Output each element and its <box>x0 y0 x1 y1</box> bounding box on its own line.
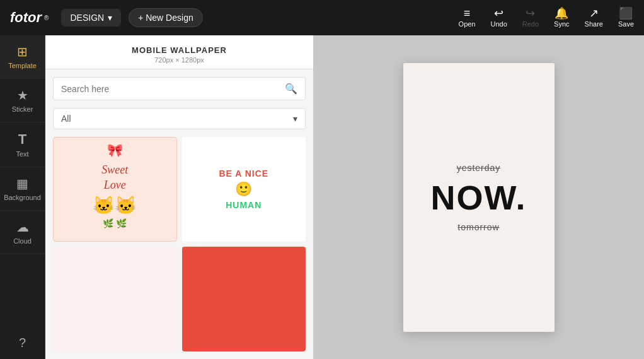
canvas-line1: yesterday <box>457 163 501 173</box>
sidebar-item-sticker[interactable]: ★ Sticker <box>0 79 45 122</box>
open-icon: ≡ <box>464 8 471 19</box>
undo-label: Undo <box>491 20 507 28</box>
search-input[interactable] <box>61 84 285 94</box>
search-bar[interactable]: 🔍 <box>53 77 306 100</box>
template-card-red[interactable] <box>182 247 306 351</box>
filter-dropdown[interactable]: All ▾ <box>53 108 306 129</box>
logo: fotor® <box>10 9 49 26</box>
sidebar-item-template[interactable]: ⊞ Template <box>0 35 45 79</box>
chevron-down-icon: ▾ <box>108 13 112 23</box>
share-action[interactable]: ↗ Share <box>585 8 603 28</box>
help-icon: ? <box>19 336 26 350</box>
save-label: Save <box>618 20 634 28</box>
sidebar-label-background: Background <box>4 194 41 201</box>
redo-icon: ↪ <box>526 8 535 19</box>
logo-text: fotor <box>10 9 42 26</box>
sidebar-label-sticker: Sticker <box>12 105 33 113</box>
template-card-sweet-love[interactable]: 🎀 SweetLove 🐱🐱 🌿 🌿 <box>53 137 177 242</box>
canvas-line3: tomorrow <box>457 222 499 232</box>
open-label: Open <box>459 20 476 28</box>
design-label: DESIGN <box>70 13 104 23</box>
sync-label: Sync <box>554 20 569 28</box>
panel-title: MOBILE WALLPAPER <box>55 45 303 55</box>
logo-sup: ® <box>44 15 49 21</box>
template-card-blank-pink[interactable] <box>53 247 177 351</box>
be-line2: HUMAN <box>219 200 268 210</box>
be-line1: BE A NICE <box>219 168 268 179</box>
sidebar-item-cloud[interactable]: ☁ Cloud <box>0 211 45 254</box>
sidebar-label-text: Text <box>16 150 28 158</box>
main: ⊞ Template ★ Sticker T Text ▦ Background… <box>0 35 644 359</box>
share-label: Share <box>585 20 603 28</box>
sidebar-bottom: ? <box>0 327 45 359</box>
open-action[interactable]: ≡ Open <box>459 8 476 28</box>
sidebar-item-text[interactable]: T Text <box>0 122 45 167</box>
undo-action[interactable]: ↩ Undo <box>491 8 507 28</box>
canvas-area: yesterday NOW. tomorrow <box>313 35 644 359</box>
template-grid: 🎀 SweetLove 🐱🐱 🌿 🌿 BE A NICE 🙂 HUMAN <box>45 137 313 359</box>
redo-label: Redo <box>522 20 539 28</box>
topbar: fotor® DESIGN ▾ + New Design ≡ Open ↩ Un… <box>0 0 644 35</box>
text-icon: T <box>18 131 26 148</box>
cats-icon: 🐱🐱 <box>93 195 137 216</box>
sidebar: ⊞ Template ★ Sticker T Text ▦ Background… <box>0 35 45 359</box>
filter-selected: All <box>61 114 71 124</box>
template-icon: ⊞ <box>17 44 28 59</box>
bow-icon: 🎀 <box>107 143 123 158</box>
undo-icon: ↩ <box>494 8 503 19</box>
canvas: yesterday NOW. tomorrow <box>403 63 555 332</box>
new-design-label: + New Design <box>138 13 193 23</box>
panel: MOBILE WALLPAPER 720px × 1280px 🔍 All ▾ … <box>45 35 313 359</box>
sidebar-item-background[interactable]: ▦ Background <box>0 167 45 211</box>
sticker-icon: ★ <box>17 88 28 103</box>
background-icon: ▦ <box>16 176 28 191</box>
be-nice-content: BE A NICE 🙂 HUMAN <box>219 168 268 210</box>
save-action[interactable]: ⬛ Save <box>618 8 634 28</box>
smile-icon: 🙂 <box>219 181 268 197</box>
sync-icon: 🔔 <box>555 8 568 19</box>
sidebar-item-help[interactable]: ? <box>0 327 45 359</box>
template-card-be-nice[interactable]: BE A NICE 🙂 HUMAN <box>182 137 306 242</box>
leaves-decoration: 🌿 🌿 <box>103 218 127 228</box>
sidebar-label-cloud: Cloud <box>13 237 32 245</box>
canvas-line2: NOW. <box>431 178 527 217</box>
share-icon: ↗ <box>589 8 599 19</box>
topbar-actions: ≡ Open ↩ Undo ↪ Redo 🔔 Sync ↗ Share ⬛ Sa… <box>459 8 634 28</box>
design-button[interactable]: DESIGN ▾ <box>61 9 121 26</box>
search-icon: 🔍 <box>285 83 297 95</box>
sidebar-label-template: Template <box>8 62 37 69</box>
new-design-button[interactable]: + New Design <box>129 8 203 27</box>
chevron-down-icon: ▾ <box>293 114 297 124</box>
cloud-icon: ☁ <box>16 220 29 235</box>
redo-action: ↪ Redo <box>522 8 539 28</box>
panel-subtitle: 720px × 1280px <box>55 56 303 64</box>
sync-action[interactable]: 🔔 Sync <box>554 8 569 28</box>
panel-header: MOBILE WALLPAPER 720px × 1280px <box>45 35 313 69</box>
sweet-love-text: SweetLove <box>101 163 128 192</box>
save-icon: ⬛ <box>619 8 633 19</box>
